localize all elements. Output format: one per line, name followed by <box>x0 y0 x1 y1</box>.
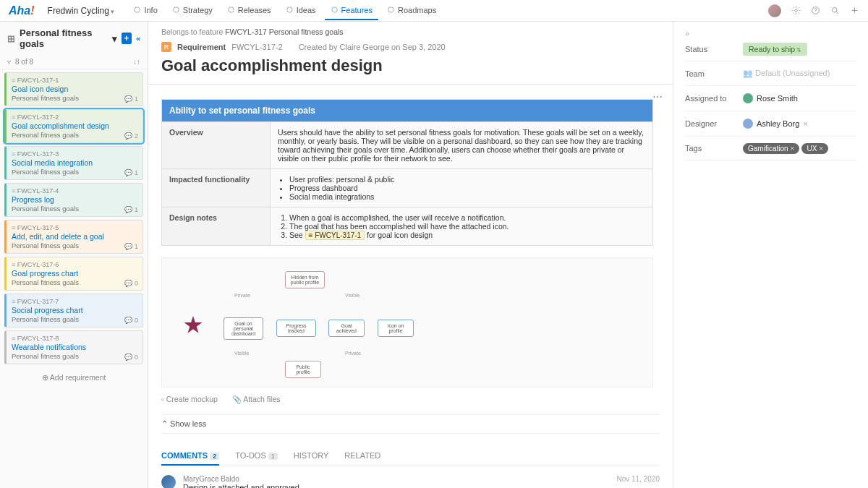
top-bar: Aha! Fredwin Cycling InfoStrategyRelease… <box>0 0 868 22</box>
requirement-card[interactable]: FWCYL-317-1Goal icon designPersonal fitn… <box>4 72 143 106</box>
designer-selector[interactable]: Ashley Borg × <box>743 119 856 129</box>
svg-point-4 <box>331 7 336 12</box>
attach-files-button[interactable]: 📎 Attach files <box>232 395 281 404</box>
plus-icon[interactable] <box>850 6 859 15</box>
diagram-node: Progress tracked <box>276 320 316 337</box>
filter-icon[interactable]: ▿ <box>7 58 11 66</box>
reference-pill[interactable]: FWCYL-317-1 <box>305 231 365 240</box>
tab-related[interactable]: RELATED <box>344 447 380 466</box>
comment-body: Design is attached and approved. <box>183 483 660 488</box>
filter-count: 8 of 8 <box>15 58 33 66</box>
svg-point-6 <box>795 9 797 12</box>
svg-point-2 <box>229 7 234 12</box>
requirement-card[interactable]: FWCYL-317-6Goal progress chartPersonal f… <box>4 257 143 291</box>
tag[interactable]: Gamification× <box>743 143 799 154</box>
svg-point-8 <box>832 7 837 12</box>
assignee-selector[interactable]: Rose Smith <box>743 93 856 103</box>
top-nav: InfoStrategyReleasesIdeasFeaturesRoadmap… <box>127 1 442 20</box>
diagram-node: Goal achieved <box>328 320 365 337</box>
add-record-button[interactable]: + <box>122 33 132 44</box>
design-label: Design notes <box>162 207 271 246</box>
tag[interactable]: UX× <box>801 143 828 154</box>
sidebar: Personal fitness goals ▾ + « ▿ 8 of 8 ↓↑… <box>0 22 148 488</box>
nav-features[interactable]: Features <box>325 1 378 20</box>
svg-point-0 <box>135 7 140 12</box>
logo: Aha! <box>9 4 35 17</box>
show-less-toggle[interactable]: ⌃ Show less <box>161 414 660 434</box>
detail-tabs: COMMENTS2 TO-DOS1 HISTORY RELATED <box>161 447 660 466</box>
tab-todos[interactable]: TO-DOS1 <box>235 447 278 466</box>
add-requirement-button[interactable]: ⊕ Add requirement <box>0 367 148 388</box>
record-title[interactable]: Goal accomplishment design <box>148 55 673 84</box>
nav-strategy[interactable]: Strategy <box>166 1 218 20</box>
clear-designer-icon[interactable]: × <box>803 119 807 128</box>
nav-info[interactable]: Info <box>127 1 163 20</box>
breadcrumb: Belongs to feature FWCYL-317 Personal fi… <box>148 22 673 39</box>
collapse-details-icon[interactable]: » <box>685 29 856 38</box>
impacted-label: Impacted functionality <box>162 169 271 207</box>
help-icon[interactable] <box>811 6 820 15</box>
team-selector[interactable]: Default (Unassigned) <box>743 69 856 78</box>
spec-title: Ability to set personal fitness goals <box>162 100 653 122</box>
user-avatar[interactable] <box>768 4 781 17</box>
collapse-sidebar-icon[interactable]: « <box>136 34 140 43</box>
comment-author: MaryGrace Baldo <box>183 475 239 483</box>
remove-tag-icon[interactable]: × <box>791 145 795 153</box>
requirement-card[interactable]: FWCYL-317-7Social progress chartPersonal… <box>4 294 143 328</box>
create-mockup-button[interactable]: ▫ Create mockup <box>161 395 218 404</box>
flow-diagram: Goal on personal dashboard Progress trac… <box>161 257 653 388</box>
nav-roadmaps[interactable]: Roadmaps <box>381 1 442 20</box>
diagram-start-star <box>184 316 203 335</box>
svg-point-3 <box>286 7 292 12</box>
svg-point-5 <box>388 7 393 12</box>
record-reference: FWCYL-317-2 <box>231 43 282 51</box>
created-by: Created by Claire George on Sep 3, 2020 <box>299 43 446 51</box>
diagram-node: Public profile <box>285 361 321 378</box>
remove-tag-icon[interactable]: × <box>819 145 823 153</box>
tags-field[interactable]: Gamification×UX× <box>743 144 856 153</box>
status-selector[interactable]: Ready to ship <box>743 43 807 56</box>
comment: MaryGrace BaldoNov 11, 2020 Design is at… <box>161 466 660 488</box>
tab-history[interactable]: HISTORY <box>294 447 329 466</box>
diagram-node: Goal on personal dashboard <box>224 317 263 340</box>
record-actions-menu[interactable]: ⋯ <box>652 91 663 103</box>
spec-table: Ability to set personal fitness goals Ov… <box>161 99 653 246</box>
overview-text: Users should have the ability to set per… <box>271 122 653 169</box>
diagram-node: Icon on profile <box>378 320 414 337</box>
sort-icon[interactable]: ↓↑ <box>133 58 140 66</box>
nav-releases[interactable]: Releases <box>221 1 277 20</box>
detail-panel: Belongs to feature FWCYL-317 Personal fi… <box>148 22 673 488</box>
record-type-label: Requirement <box>177 43 226 51</box>
workspace-selector[interactable]: Fredwin Cycling <box>48 6 115 16</box>
requirement-card[interactable]: FWCYL-317-8Wearable notificationsPersona… <box>4 330 143 364</box>
diagram-node: Hidden from public profile <box>285 271 325 288</box>
search-icon[interactable] <box>830 6 840 15</box>
parent-feature-link[interactable]: FWCYL-317 Personal fitness goals <box>225 27 343 36</box>
comment-date: Nov 11, 2020 <box>617 475 660 483</box>
gear-icon[interactable] <box>791 6 801 15</box>
overview-label: Overview <box>162 122 271 169</box>
requirement-card[interactable]: FWCYL-317-4Progress logPersonal fitness … <box>4 183 143 217</box>
comment-avatar <box>161 475 176 488</box>
record-type-icon: R <box>161 42 171 52</box>
sidebar-title[interactable]: Personal fitness goals <box>20 27 108 49</box>
details-sidebar: » StatusReady to ship TeamDefault (Unass… <box>673 22 868 488</box>
requirement-card[interactable]: FWCYL-317-3Social media integrationPerso… <box>4 146 143 180</box>
svg-point-1 <box>174 7 179 12</box>
tab-comments[interactable]: COMMENTS2 <box>161 447 219 466</box>
requirement-card[interactable]: FWCYL-317-5Add, edit, and delete a goalP… <box>4 220 143 254</box>
nav-ideas[interactable]: Ideas <box>280 1 322 20</box>
requirement-card[interactable]: FWCYL-317-2Goal accomplishment designPer… <box>4 109 143 143</box>
